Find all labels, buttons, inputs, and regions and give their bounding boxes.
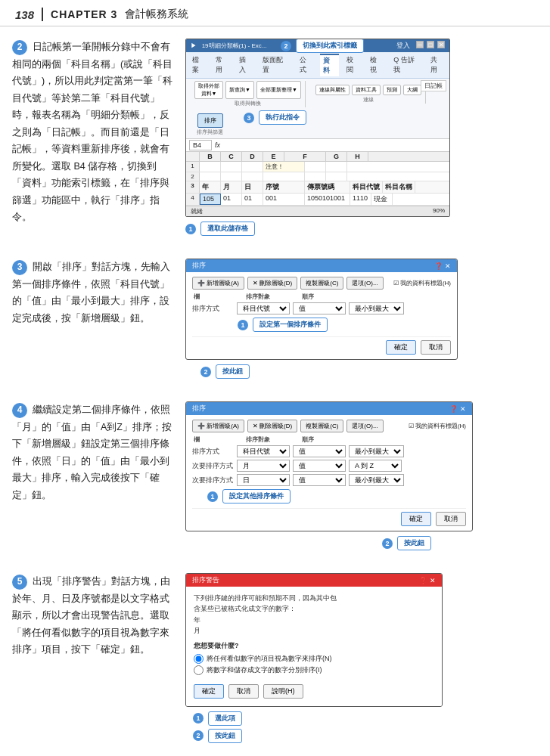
sort-order-select-1[interactable]: 最小到最大 <box>349 302 404 314</box>
btn-cancel-3[interactable]: 取消 <box>421 340 451 355</box>
radio-num-sort[interactable] <box>194 654 204 664</box>
dialog-title-buttons-4: ❓ ✕ <box>449 405 466 413</box>
dialog-help-btn[interactable]: ❓ <box>434 262 443 270</box>
step-5-num: 5 <box>12 575 27 590</box>
btn-refresh-all[interactable]: 全部重新整理▼ <box>256 81 301 99</box>
btn-get-external[interactable]: 取得外部資料▼ <box>194 81 223 99</box>
annotation-1-cell: 1 選取此儲存格 <box>185 222 538 236</box>
page-header: 138 CHAPTER 3 會計帳務系統 <box>0 0 550 26</box>
radio-sep-sort-label: 將數字和儲存成文字的數字分別排序(I) <box>207 665 322 675</box>
excel-ribbon-tabs-2: 檔案 常用 插入 版面配置 公式 資料 校閱 檢視 Q 告訴我 共用 2 切換到… <box>186 52 449 79</box>
dialog-close-btn-4[interactable]: ✕ <box>460 405 466 413</box>
sort-col-4-2[interactable]: 月 <box>237 460 290 472</box>
sort-label-4-2: 次要排序方式 <box>192 461 234 471</box>
step-2-num: 2 <box>12 40 27 55</box>
sort-filter-group: 排序 排序與篩選 3 執行此指令 <box>197 113 223 136</box>
sort-on-4-1[interactable]: 值 <box>293 445 346 457</box>
sort-col-headers: 欄 排序對象 順序 <box>192 293 451 301</box>
sort-on-select-1[interactable]: 值 <box>293 302 346 314</box>
cell-ref-2[interactable]: B4 <box>189 140 212 150</box>
tab-home[interactable]: 常用 <box>213 54 231 76</box>
btn-add-level-4[interactable]: ➕ 新增層級(A) <box>192 420 244 432</box>
excel-statusbar-2: 就緒 90% <box>186 206 449 216</box>
btn-confirm-4[interactable]: 確定 <box>401 512 431 526</box>
sort-toolbar-3: ➕ 新增層級(A) ✕ 刪除層級(D) 複製層級(C) 選項(O)... ☑ 我… <box>192 277 451 290</box>
section-5: 5 出現「排序警告」對話方塊，由於年、月、日及序號都是以文字格式顯示，所以才會出… <box>12 569 538 748</box>
btn-cancel-4[interactable]: 取消 <box>436 512 466 526</box>
warn-help-btn-5[interactable]: 說明(H) <box>263 684 303 699</box>
tab-view[interactable]: 檢視 <box>367 54 386 76</box>
warn-title-buttons: ❓ ✕ <box>419 577 436 584</box>
excel-row-4: 4 105 01 01 001 1050101001 1110 現金 <box>186 194 449 206</box>
sort-order-4-2[interactable]: A 到 Z <box>349 460 402 472</box>
warn-footer-5: 確定 取消 說明(H) <box>194 681 434 700</box>
btn-confirm-3[interactable]: 確定 <box>386 340 416 355</box>
radio-sep-sort[interactable] <box>194 665 204 675</box>
sort-on-4-2[interactable]: 值 <box>293 460 346 472</box>
tab-insert[interactable]: 插入 <box>236 54 255 76</box>
warn-close-btn[interactable]: ✕ <box>430 577 436 584</box>
sort-dialog-footer-4: 確定 取消 <box>192 508 466 526</box>
tab-review[interactable]: 校閱 <box>343 54 362 76</box>
page-number: 138 <box>15 8 34 21</box>
btn-delete-level-4[interactable]: ✕ 刪除層級(D) <box>247 420 297 432</box>
section-4-text: 4 繼續設定第二個排序條件，依照「月」的「值」由「A到Z」排序；按下「新增層級」… <box>12 401 175 503</box>
annotation-2-sort3: 2 按此鈕 <box>200 364 538 379</box>
warn-cancel-btn[interactable]: 取消 <box>228 684 259 699</box>
sort-row-4-2: 次要排序方式 月 值 A 到 Z <box>192 460 466 472</box>
sort-on-4-3[interactable]: 值 <box>293 474 346 486</box>
warn-titlebar-5: 排序警告 ❓ ✕ <box>186 574 442 587</box>
tab-file[interactable]: 檔案 <box>189 54 208 76</box>
annotation-3-sort: 3 執行此指令 <box>244 110 306 125</box>
close-btn[interactable]: ✕ <box>437 41 445 48</box>
sort-col-select-1[interactable]: 科目代號 <box>237 302 290 314</box>
sort-col-4-1[interactable]: 科目代號 <box>237 445 290 457</box>
warn-annotations: 1 選此項 2 按此鈕 <box>193 711 538 743</box>
sort-dialog-title-4: 排序 <box>192 404 206 414</box>
tab-formula[interactable]: 公式 <box>297 54 315 76</box>
dialog-help-btn-4[interactable]: ❓ <box>449 405 458 413</box>
btn-data-tools[interactable]: 資料工具 <box>352 85 381 95</box>
btn-connections[interactable]: 連線與屬性 <box>315 85 350 95</box>
warn-question-5: 您想要做什麼? <box>194 641 434 651</box>
minimize-btn[interactable]: ─ <box>416 41 424 48</box>
sort-dialog-title-3: 排序 <box>192 261 206 271</box>
btn-copy-level-4[interactable]: 複製層級(C) <box>300 420 343 432</box>
sort-label-4-3: 次要排序方式 <box>192 476 234 485</box>
btn-forecast[interactable]: 預測 <box>383 85 401 95</box>
warn-help-btn[interactable]: ❓ <box>419 577 427 584</box>
tab-share[interactable]: 共用 <box>427 54 446 76</box>
sort-row-4-3: 次要排序方式 日 值 最小到最大 <box>192 474 466 486</box>
btn-delete-level[interactable]: ✕ 刪除層級(D) <box>247 277 297 290</box>
excel-row-2: 2 <box>186 172 449 181</box>
btn-add-level[interactable]: ➕ 新增層級(A) <box>192 277 244 290</box>
section-3-content: 開啟「排序」對話方塊，先輸入第一個排序條件，依照「科目代號」的「值」由「最小到最… <box>12 262 170 324</box>
tab-page-layout[interactable]: 版面配置 <box>259 54 291 76</box>
sort-col-headers-4: 欄 排序對象 順序 <box>192 435 466 444</box>
btn-options-4[interactable]: 選項(O)... <box>346 420 383 432</box>
dialog-title-buttons: ❓ ✕ <box>434 262 451 270</box>
dialog-close-btn[interactable]: ✕ <box>445 262 451 270</box>
btn-sort[interactable]: 排序 <box>197 113 223 128</box>
sort-dialog-3: 排序 ❓ ✕ ➕ 新增層級(A) ✕ 刪除層級(D) 複製層級(C) 選項(O)… <box>185 259 458 360</box>
tab-data[interactable]: 資料 <box>320 54 339 76</box>
annotation-2-warn5: 2 按此鈕 <box>193 729 538 743</box>
annotation-2-sort4: 2 按此鈕 <box>382 536 538 550</box>
header-divider <box>42 8 43 21</box>
btn-new-query[interactable]: 新查詢▼ <box>225 81 254 99</box>
section-5-content: 出現「排序警告」對話方塊，由於年、月、日及序號都是以文字格式顯示，所以才會出現警… <box>12 576 170 655</box>
excel-titlebar-buttons: 登入 ─ □ ✕ <box>396 41 445 51</box>
sort-col-4-3[interactable]: 日 <box>237 474 290 486</box>
section-2: 2 日記帳第一筆開帳分錄中不會有相同的兩個「科目名稱」(或說「科目代號」)，所以… <box>12 34 538 240</box>
btn-copy-level[interactable]: 複製層級(C) <box>300 277 343 290</box>
warn-text-5: 下列排序鍵的排序可能和預期不同，因為其中包 含某些已被格式化成文字的數字： 年 … <box>194 593 434 637</box>
sort-dialog-body-4: ➕ 新增層級(A) ✕ 刪除層級(D) 複製層級(C) 選項(O)... ☑ 我… <box>186 415 472 531</box>
sort-filter-label: 排序與篩選 <box>197 129 223 136</box>
maximize-btn[interactable]: □ <box>427 41 434 48</box>
sort-order-4-1[interactable]: 最小到最大 <box>349 445 404 457</box>
sort-order-4-3[interactable]: 最小到最大 <box>349 474 404 486</box>
btn-options[interactable]: 選項(O)... <box>346 277 383 290</box>
warn-confirm-btn[interactable]: 確定 <box>194 684 224 699</box>
btn-outline[interactable]: 大綱 <box>403 85 421 95</box>
tab-help[interactable]: Q 告訴我 <box>390 54 423 76</box>
